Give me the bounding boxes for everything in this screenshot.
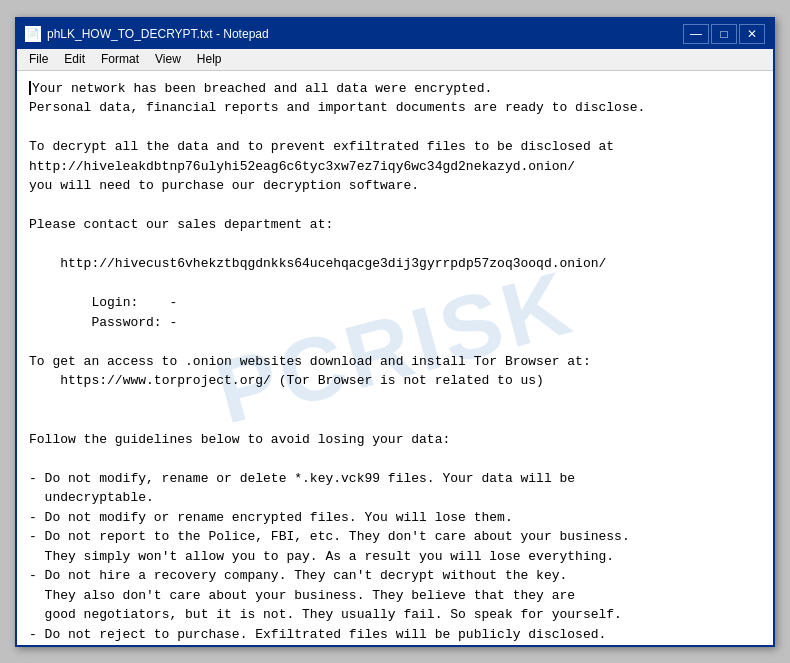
menu-file[interactable]: File: [21, 50, 56, 68]
notepad-window: 📄 phLK_HOW_TO_DECRYPT.txt - Notepad — □ …: [15, 17, 775, 647]
menu-edit[interactable]: Edit: [56, 50, 93, 68]
title-bar: 📄 phLK_HOW_TO_DECRYPT.txt - Notepad — □ …: [17, 19, 773, 49]
minimize-button[interactable]: —: [683, 24, 709, 44]
menu-bar: File Edit Format View Help: [17, 49, 773, 71]
title-bar-left: 📄 phLK_HOW_TO_DECRYPT.txt - Notepad: [25, 26, 269, 42]
window-title: phLK_HOW_TO_DECRYPT.txt - Notepad: [47, 27, 269, 41]
text-editor-area[interactable]: PCRISK Your network has been breached an…: [17, 71, 773, 645]
close-button[interactable]: ✕: [739, 24, 765, 44]
maximize-button[interactable]: □: [711, 24, 737, 44]
text-content: Your network has been breached and all d…: [29, 79, 761, 645]
text-body: Your network has been breached and all d…: [29, 81, 645, 642]
app-icon: 📄: [25, 26, 41, 42]
text-cursor: [29, 81, 31, 95]
menu-help[interactable]: Help: [189, 50, 230, 68]
window-controls: — □ ✕: [683, 24, 765, 44]
menu-view[interactable]: View: [147, 50, 189, 68]
menu-format[interactable]: Format: [93, 50, 147, 68]
